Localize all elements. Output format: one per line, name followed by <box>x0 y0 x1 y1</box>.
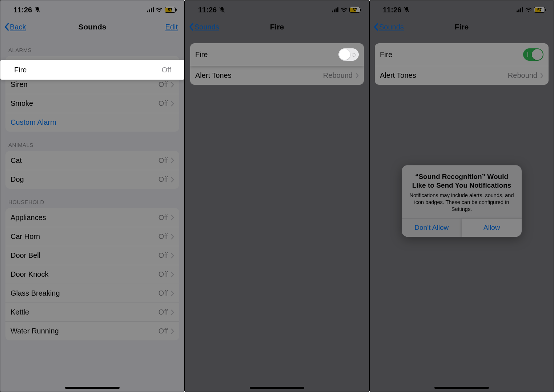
nav-bar: Sounds Fire <box>185 17 369 37</box>
chevron-right-icon <box>171 101 174 107</box>
row-appliances[interactable]: Appliances Off <box>5 208 179 227</box>
back-button[interactable]: Back <box>4 17 26 37</box>
row-smoke[interactable]: Smoke Off <box>5 94 179 113</box>
status-bar: 11:26 57 <box>0 0 184 17</box>
row-label: Dog <box>11 175 24 184</box>
content: Fire Alert Tones Rebound <box>185 37 369 85</box>
row-dog[interactable]: Dog Off <box>5 170 179 189</box>
wifi-icon <box>156 7 162 12</box>
settings-group: Fire Alert Tones Rebound <box>190 43 364 85</box>
toggle-switch[interactable] <box>523 48 543 61</box>
row-fire-toggle[interactable]: Fire <box>375 43 549 66</box>
section-animals: Cat Off Dog Off <box>5 151 179 189</box>
row-cat[interactable]: Cat Off <box>5 151 179 170</box>
row-label: Siren <box>11 80 28 89</box>
row-custom-alarm[interactable]: Custom Alarm <box>5 113 179 132</box>
content: ALARMS .. Siren Off Smoke Off Custom Ala… <box>0 37 184 340</box>
row-alert-tones[interactable]: Alert Tones Rebound <box>375 66 549 85</box>
row-value: Off <box>158 289 168 297</box>
cellular-icon <box>517 7 523 12</box>
wifi-icon <box>525 7 532 12</box>
page-title: Fire <box>270 23 284 31</box>
toggle-switch[interactable] <box>338 48 359 61</box>
silent-icon <box>404 7 410 13</box>
chevron-right-icon <box>171 157 174 163</box>
page-title: Sounds <box>79 23 107 31</box>
chevron-right-icon <box>171 272 174 277</box>
page-title: Fire <box>455 23 469 31</box>
back-label: Back <box>10 23 26 31</box>
row-label: Door Bell <box>11 251 40 260</box>
row-value: Off <box>158 327 168 335</box>
row-label: Alert Tones <box>380 71 416 80</box>
back-label: Sounds <box>194 23 219 31</box>
row-label: Cat <box>11 156 22 165</box>
row-water-running[interactable]: Water Running Off <box>5 321 179 340</box>
row-label: Glass Breaking <box>11 289 60 297</box>
chevron-left-icon <box>4 23 9 31</box>
chevron-right-icon <box>171 177 174 183</box>
section-household-header: HOUSEHOLD <box>5 189 179 208</box>
home-indicator[interactable] <box>434 387 489 389</box>
row-label: Fire <box>380 51 392 59</box>
home-indicator[interactable] <box>250 387 304 389</box>
status-time: 11:26 <box>13 6 32 14</box>
screen-sounds-list: 11:26 57 Back Sounds Edit Fire <box>0 0 185 392</box>
row-value: Off <box>158 175 168 184</box>
row-label: Fire <box>14 66 27 74</box>
cellular-icon <box>332 7 338 12</box>
row-car-horn[interactable]: Car Horn Off <box>5 227 179 246</box>
back-button[interactable]: Sounds <box>373 17 404 37</box>
allow-button[interactable]: Allow <box>462 219 522 237</box>
alert-message: Notifications may include alerts, sounds… <box>408 192 515 213</box>
row-value: Off <box>158 232 168 241</box>
home-indicator[interactable] <box>65 387 120 389</box>
nav-bar: Sounds Fire <box>370 17 554 37</box>
chevron-right-icon <box>171 309 174 315</box>
chevron-right-icon <box>356 73 359 79</box>
chevron-right-icon <box>171 328 174 334</box>
section-alarms-header: ALARMS <box>5 37 179 56</box>
content: Fire Alert Tones Rebound <box>370 37 554 85</box>
silent-icon <box>34 7 41 13</box>
cellular-icon <box>147 7 154 12</box>
row-label: Alert Tones <box>195 71 232 80</box>
back-button[interactable]: Sounds <box>189 17 219 37</box>
section-animals-header: ANIMALS <box>5 132 179 151</box>
row-value: Off <box>158 80 168 89</box>
screen-fire-detail-off: 11:26 57 Sounds Fire Fire <box>185 0 369 392</box>
row-label: Custom Alarm <box>11 118 56 127</box>
silent-icon <box>219 7 225 13</box>
settings-group: Fire Alert Tones Rebound <box>375 43 549 85</box>
row-glass-breaking[interactable]: Glass Breaking Off <box>5 284 179 303</box>
battery-indicator: 57 <box>349 7 360 13</box>
row-label: Door Knock <box>11 270 49 279</box>
back-label: Sounds <box>379 23 404 31</box>
dont-allow-button[interactable]: Don’t Allow <box>402 219 462 237</box>
row-fire-toggle[interactable]: Fire <box>190 43 364 66</box>
edit-button[interactable]: Edit <box>165 17 178 37</box>
status-time: 11:26 <box>383 6 401 14</box>
row-value: Off <box>162 66 171 74</box>
row-value: Off <box>158 156 168 165</box>
row-label: Kettle <box>11 308 29 316</box>
row-value: Off <box>158 99 168 108</box>
status-time: 11:26 <box>198 6 217 14</box>
row-label: Appliances <box>11 213 46 222</box>
status-bar: 11:26 57 <box>370 0 554 17</box>
nav-bar: Back Sounds Edit <box>0 17 184 37</box>
row-fire[interactable]: Fire Off <box>0 60 184 80</box>
row-value: Off <box>158 308 168 316</box>
row-value: Rebound <box>508 71 537 80</box>
row-door-knock[interactable]: Door Knock Off <box>5 265 179 284</box>
row-alert-tones[interactable]: Alert Tones Rebound <box>190 66 364 85</box>
section-household: Appliances Off Car Horn Off Door Bell Of… <box>5 208 179 340</box>
row-value: Rebound <box>323 71 353 80</box>
row-value: Off <box>158 251 168 260</box>
row-door-bell[interactable]: Door Bell Off <box>5 246 179 265</box>
chevron-right-icon <box>171 253 174 259</box>
row-label: Smoke <box>11 99 33 108</box>
chevron-left-icon <box>373 23 378 31</box>
row-kettle[interactable]: Kettle Off <box>5 303 179 321</box>
chevron-right-icon <box>171 234 174 240</box>
